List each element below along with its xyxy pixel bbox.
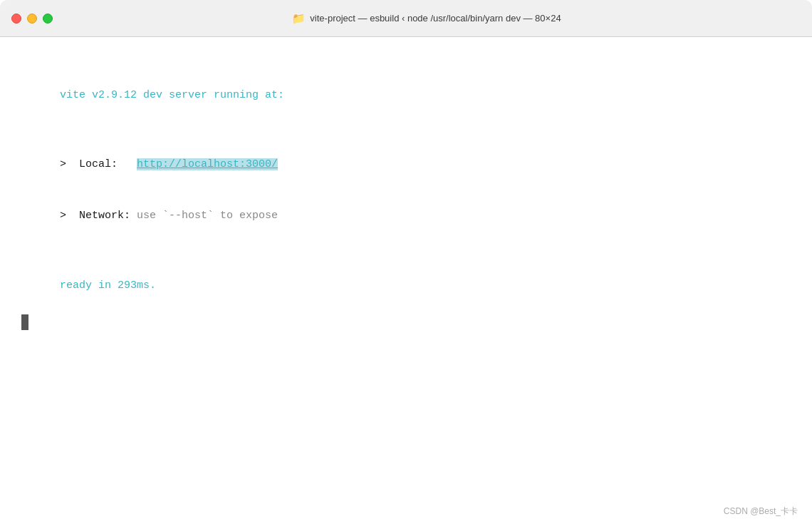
terminal-window: 📁 vite-project — esbuild ‹ node /usr/loc… [0, 0, 812, 529]
ready-line: ready in 293ms. [21, 260, 791, 312]
ready-text: ready in 293ms. [60, 279, 156, 292]
terminal-cursor [21, 314, 28, 330]
titlebar: 📁 vite-project — esbuild ‹ node /usr/loc… [0, 0, 812, 37]
traffic-lights [11, 14, 53, 24]
maximize-button[interactable] [43, 14, 53, 24]
local-prefix-text: > Local: [60, 158, 137, 170]
local-url-line: > Local: http://localhost:3000/ [21, 139, 791, 190]
network-prefix-text: > Network: [60, 210, 137, 222]
folder-icon: 📁 [292, 12, 306, 25]
watermark: CSDN @Best_卡卡 [724, 505, 798, 518]
minimize-button[interactable] [27, 14, 37, 24]
close-button[interactable] [11, 14, 21, 24]
network-suffix-text: use `--host` to expose [137, 210, 278, 222]
vite-server-line: vite v2.9.12 dev server running at: [21, 70, 791, 121]
localhost-url[interactable]: http://localhost:3000/ [137, 158, 278, 170]
vite-server-text: vite v2.9.12 dev server running at: [60, 89, 284, 101]
terminal-content[interactable]: vite v2.9.12 dev server running at: > Lo… [0, 37, 812, 529]
network-line: > Network: use `--host` to expose [21, 190, 791, 242]
cursor-line [21, 314, 791, 330]
spacer-line-2 [21, 121, 791, 140]
spacer-line-3 [21, 242, 791, 260]
window-title: 📁 vite-project — esbuild ‹ node /usr/loc… [53, 12, 801, 25]
title-text: vite-project — esbuild ‹ node /usr/local… [310, 13, 561, 24]
spacer-line [21, 51, 791, 70]
